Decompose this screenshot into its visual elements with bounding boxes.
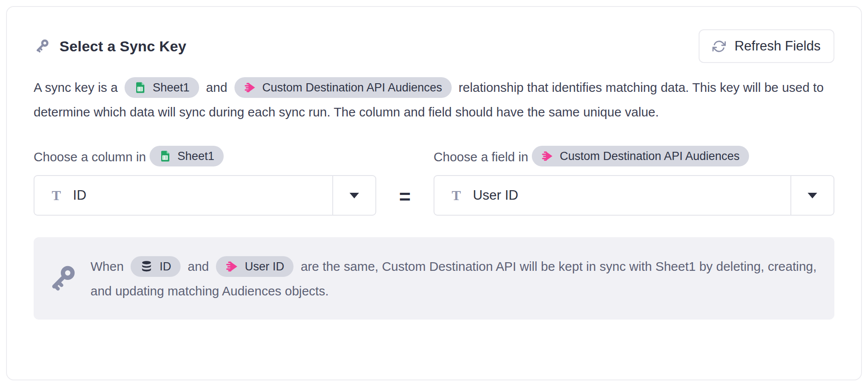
sync-summary-box: When ID and User ID are the same, Custom…: [34, 237, 834, 320]
field-picker-label: Choose a field in Custom Destination API…: [434, 147, 834, 167]
column-select-value: ID: [73, 188, 332, 203]
refresh-fields-button[interactable]: Refresh Fields: [699, 29, 834, 63]
refresh-icon: [712, 40, 726, 53]
card-header: Select a Sync Key Refresh Fields: [34, 29, 834, 63]
source-badge: Sheet1: [125, 77, 199, 98]
sync-key-card: Select a Sync Key Refresh Fields A sync …: [6, 6, 862, 380]
source-badge-label: Sheet1: [153, 81, 190, 94]
refresh-fields-label: Refresh Fields: [734, 38, 821, 54]
field-select-value: User ID: [473, 188, 790, 203]
column-select[interactable]: T ID: [34, 175, 376, 216]
hightouch-arrow-icon: [244, 82, 256, 94]
id-column-badge-label: ID: [159, 260, 171, 273]
database-icon: [140, 260, 153, 273]
user-id-field-badge-label: User ID: [245, 260, 284, 273]
google-sheets-icon: [134, 82, 146, 94]
sync-summary-text: When ID and User ID are the same, Custom…: [91, 254, 817, 303]
hightouch-arrow-icon: [541, 150, 553, 162]
hightouch-arrow-icon: [225, 260, 238, 273]
summary-text-before: When: [91, 259, 124, 273]
summary-conjunction: and: [187, 259, 209, 273]
equals-sign: =: [399, 184, 411, 207]
picker-labels-row: Choose a column in Sheet1 Choose a field…: [34, 147, 834, 167]
key-icon: [34, 38, 50, 54]
field-select[interactable]: T User ID: [434, 175, 834, 216]
column-picker-label: Choose a column in Sheet1: [34, 147, 376, 167]
column-picker-label-text: Choose a column in: [34, 150, 146, 164]
chevron-down-icon: [808, 193, 817, 198]
text-type-icon: T: [452, 188, 461, 204]
field-picker-label-text: Choose a field in: [434, 150, 528, 164]
destination-badge: Custom Destination API Audiences: [234, 77, 452, 98]
user-id-field-badge: User ID: [216, 256, 294, 277]
column-picker-source-label: Sheet1: [178, 149, 215, 163]
field-picker-destination-label: Custom Destination API Audiences: [560, 149, 740, 163]
field-select-caret[interactable]: [790, 176, 834, 215]
picker-selects-row: T ID = T User ID: [34, 175, 834, 216]
description-text-before: A sync key is a: [34, 80, 118, 94]
field-picker-destination-badge: Custom Destination API Audiences: [532, 146, 749, 166]
column-select-caret[interactable]: [332, 176, 375, 215]
sync-key-description: A sync key is a Sheet1 and Custom Destin…: [34, 75, 834, 124]
destination-badge-label: Custom Destination API Audiences: [262, 81, 442, 94]
key-icon: [47, 263, 78, 294]
description-conjunction: and: [206, 80, 227, 94]
google-sheets-icon: [159, 150, 171, 162]
column-picker-source-badge: Sheet1: [150, 146, 224, 166]
chevron-down-icon: [350, 193, 359, 198]
id-column-badge: ID: [131, 256, 181, 277]
text-type-icon: T: [52, 188, 61, 204]
page-title: Select a Sync Key: [59, 38, 186, 55]
